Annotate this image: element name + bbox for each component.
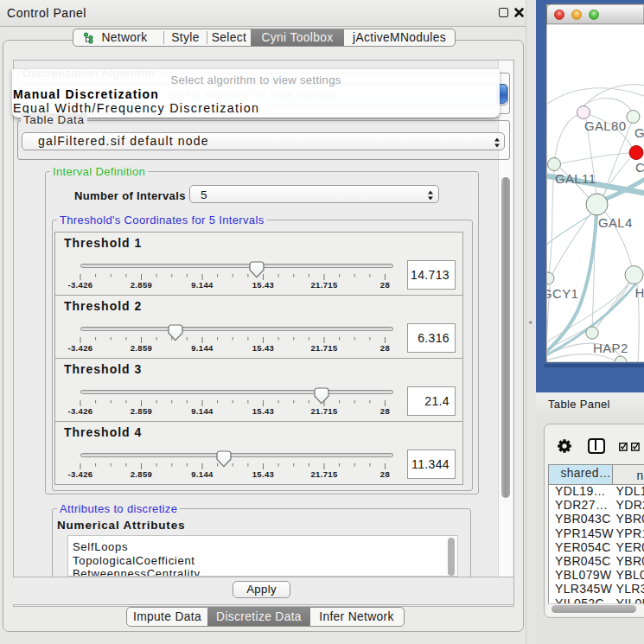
svg-text:GAL11: GAL11 — [555, 171, 596, 186]
svg-text:GAL4: GAL4 — [598, 215, 633, 230]
svg-text:GAL80: GAL80 — [584, 118, 626, 133]
svg-text:H: H — [635, 285, 644, 300]
svg-text:HAP2: HAP2 — [593, 341, 628, 355]
svg-text:GA: GA — [634, 125, 644, 140]
svg-text:C: C — [635, 160, 644, 175]
svg-text:GCY1: GCY1 — [542, 286, 578, 301]
